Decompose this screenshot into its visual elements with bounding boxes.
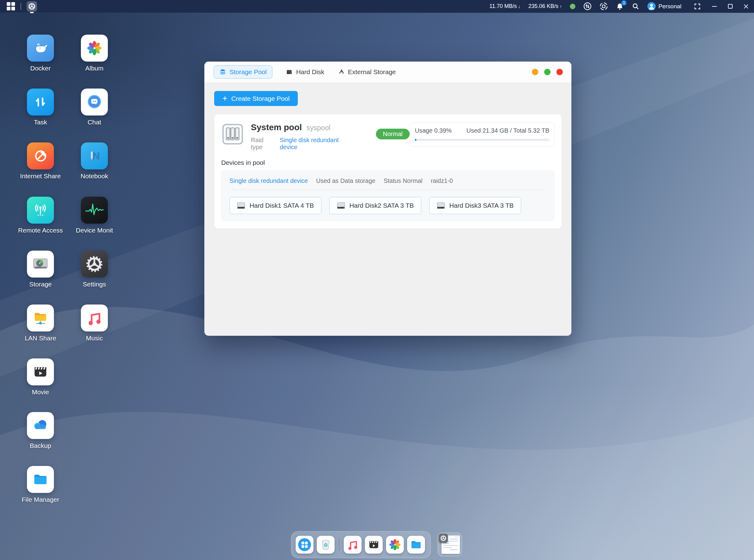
desktop-icon-label: Backup xyxy=(14,442,67,449)
up-arrow-icon: ↑ xyxy=(560,4,562,9)
desktop-icon-label: Movie xyxy=(14,388,67,396)
desktop-icon-label: Notebook xyxy=(67,173,121,180)
hdd-drive-icon xyxy=(337,202,345,209)
nas-enclosure-icon xyxy=(221,122,244,146)
task-arrows-icon xyxy=(27,88,54,116)
desktop-icon-music[interactable]: Music xyxy=(67,304,121,342)
hdd-pie-icon xyxy=(27,251,54,278)
disk-chip-3[interactable]: Hard Disk3 SATA 3 TB xyxy=(429,197,521,214)
clapperboard-icon xyxy=(27,358,54,385)
desktop-icon-internet-share[interactable]: Internet Share xyxy=(14,142,67,180)
create-button-label: Create Storage Pool xyxy=(231,95,290,102)
used-total-text: Used 21.34 GB / Total 5.32 TB xyxy=(466,127,549,134)
start-menu-button[interactable] xyxy=(7,2,15,11)
folder-icon xyxy=(409,538,423,552)
notifications-button[interactable]: 1 xyxy=(616,2,624,11)
hard-disk-icon xyxy=(286,68,293,75)
close-button[interactable] xyxy=(743,4,749,9)
pool-name: System pool xyxy=(251,122,302,132)
user-menu[interactable]: Personal xyxy=(648,2,681,11)
dock-album[interactable] xyxy=(386,536,404,554)
taskbar-storage-app-button[interactable] xyxy=(27,1,37,12)
svg-text:♻: ♻ xyxy=(323,542,328,548)
group-status: Status Normal xyxy=(383,177,422,184)
create-storage-pool-button[interactable]: + Create Storage Pool xyxy=(214,91,298,106)
desktop-icon-device-monit[interactable]: Device Monit xyxy=(67,197,121,234)
pool-devices-panel: Single disk redundant device Used as Dat… xyxy=(221,170,555,221)
desktop-icon-chat[interactable]: Chat xyxy=(67,88,121,126)
search-icon xyxy=(632,2,639,10)
tab-external-storage[interactable]: External Storage xyxy=(338,68,396,76)
tab-label: Storage Pool xyxy=(230,68,266,76)
notebook-icon xyxy=(81,142,108,169)
fullscreen-button[interactable] xyxy=(694,3,701,10)
upload-speed: 235.06 KB/s↑ xyxy=(528,3,562,9)
window-body: + Create Storage Pool xyxy=(204,83,571,237)
screen-record-button[interactable] xyxy=(600,2,608,11)
usage-progress-fill xyxy=(415,139,416,141)
storage-app-window: Storage Pool Hard Disk External Storage xyxy=(204,62,571,336)
tab-storage-pool[interactable]: Storage Pool xyxy=(214,65,272,79)
minimize-button[interactable] xyxy=(712,6,717,7)
tab-label: External Storage xyxy=(348,68,396,76)
desktop-icon-docker[interactable]: Docker xyxy=(14,35,67,72)
desktop-icon-album[interactable]: Album xyxy=(67,35,121,72)
raid-type-link[interactable]: Single disk redundant device xyxy=(280,137,357,151)
search-button[interactable] xyxy=(632,2,639,10)
desktop-icon-label: Album xyxy=(67,65,121,72)
group-raid-type-link[interactable]: Single disk redundant device xyxy=(230,177,308,184)
dock-storage-window-thumbnail[interactable] xyxy=(437,533,462,556)
desktop-icon-label: Docker xyxy=(14,65,67,72)
status-badge: Normal xyxy=(376,129,410,139)
window-close-dot[interactable] xyxy=(556,69,563,75)
desktop-icon-settings[interactable]: Settings xyxy=(67,251,121,288)
desktop-icon-backup[interactable]: Backup xyxy=(14,412,67,449)
user-label: Personal xyxy=(658,3,681,10)
desktop-icon-label: File Manager xyxy=(14,496,67,503)
tab-label: Hard Disk xyxy=(296,68,324,76)
storage-pool-icon xyxy=(219,68,226,75)
window-minimize-dot[interactable] xyxy=(532,69,538,75)
dock-app-launcher[interactable] xyxy=(296,536,313,554)
desktop-icon-label: Internet Share xyxy=(14,173,67,180)
dock-movie[interactable] xyxy=(365,536,383,554)
tab-hard-disk[interactable]: Hard Disk xyxy=(286,68,324,76)
taskbar-divider xyxy=(21,3,21,10)
desktop-icon-label: Device Monit xyxy=(67,227,121,234)
gear-icon xyxy=(81,251,108,278)
album-pinwheel-icon xyxy=(81,35,108,62)
desktop-icon-movie[interactable]: Movie xyxy=(14,358,67,396)
desktop-icon-lan-share[interactable]: LAN Share xyxy=(14,304,67,342)
desktop-icon-label: LAN Share xyxy=(14,335,67,342)
screen-record-icon xyxy=(600,2,608,11)
running-indicator xyxy=(30,12,34,13)
disk-chip-label: Hard Disk3 SATA 3 TB xyxy=(449,202,514,209)
window-maximize-dot[interactable] xyxy=(544,69,551,75)
desktop-icon-file-manager[interactable]: File Manager xyxy=(14,466,67,503)
disk-chip-2[interactable]: Hard Disk2 SATA 3 TB xyxy=(329,197,421,214)
desktop-icon-task[interactable]: Task xyxy=(14,88,67,126)
desktop-icon-remote-access[interactable]: Remote Access xyxy=(14,197,67,234)
dock-file-manager[interactable] xyxy=(407,536,425,554)
maximize-button[interactable] xyxy=(728,4,733,8)
clapperboard-icon xyxy=(368,538,380,551)
dock-divider xyxy=(339,538,339,552)
plus-icon: + xyxy=(222,94,227,103)
maximize-icon xyxy=(728,4,733,8)
download-speed: 11.70 MB/s↓ xyxy=(489,3,520,9)
dock-music[interactable] xyxy=(344,536,361,554)
music-note-icon xyxy=(346,539,359,551)
status-dot-icon xyxy=(570,4,575,9)
dock-recycle-bin[interactable]: ♻ xyxy=(317,536,335,554)
cloud-icon xyxy=(27,412,54,439)
pool-alias: syspool xyxy=(306,124,330,132)
transfer-button[interactable] xyxy=(583,2,592,11)
desktop-icon-notebook[interactable]: Notebook xyxy=(67,142,121,180)
dock: ♻ xyxy=(291,531,431,558)
usage-progress-track xyxy=(415,139,549,141)
person-icon xyxy=(648,2,656,11)
desktop-icon-storage[interactable]: Storage xyxy=(14,251,67,288)
avatar xyxy=(648,2,656,11)
disk-chip-1[interactable]: Hard Disk1 SATA 4 TB xyxy=(230,197,321,214)
external-storage-icon xyxy=(338,68,345,75)
